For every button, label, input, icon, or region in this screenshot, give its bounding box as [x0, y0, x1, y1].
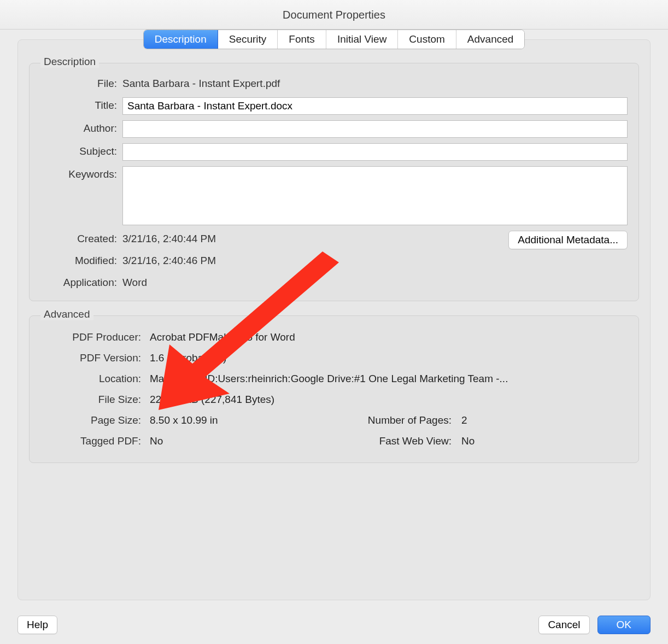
additional-metadata-button[interactable]: Additional Metadata...	[508, 231, 628, 249]
author-label: Author:	[40, 120, 122, 137]
pagesize-label: Page Size:	[40, 411, 150, 430]
numpages-value: 2	[461, 411, 505, 430]
filesize-value: 222.50 KB (227,841 Bytes)	[150, 390, 628, 409]
description-group: Description File: Santa Barbara - Instan…	[29, 63, 639, 301]
file-label: File:	[40, 75, 122, 92]
tab-custom[interactable]: Custom	[398, 30, 456, 49]
tab-security[interactable]: Security	[218, 30, 278, 49]
main-panel: Description File: Santa Barbara - Instan…	[17, 39, 651, 600]
application-label: Application:	[40, 274, 122, 291]
advanced-group: Advanced PDF Producer: Acrobat PDFMaker …	[29, 315, 639, 463]
title-input[interactable]	[122, 97, 628, 115]
fastweb-value: No	[461, 432, 505, 450]
tab-description[interactable]: Description	[144, 30, 218, 49]
subject-label: Subject:	[40, 143, 122, 160]
tagged-value: No	[150, 432, 319, 450]
modified-value: 3/21/16, 2:40:46 PM	[122, 253, 628, 269]
subject-input[interactable]	[122, 143, 628, 161]
pagesize-value: 8.50 x 10.99 in	[150, 411, 319, 430]
tabs-bar: Description Security Fonts Initial View …	[0, 30, 668, 49]
keywords-label: Keywords:	[40, 166, 122, 183]
keywords-input[interactable]	[122, 166, 628, 225]
fastweb-label: Fast Web View:	[319, 432, 461, 450]
producer-label: PDF Producer:	[40, 328, 150, 347]
tagged-label: Tagged PDF:	[40, 432, 150, 450]
file-value: Santa Barbara - Instant Expert.pdf	[122, 75, 628, 92]
created-label: Created:	[40, 231, 122, 247]
window-title: Document Properties	[0, 0, 668, 30]
application-value: Word	[122, 274, 628, 291]
title-label: Title:	[40, 97, 122, 114]
version-label: PDF Version:	[40, 349, 150, 367]
advanced-group-title: Advanced	[40, 308, 93, 320]
location-label: Location:	[40, 370, 150, 388]
description-group-title: Description	[40, 56, 99, 68]
author-input[interactable]	[122, 120, 628, 138]
tab-initial-view[interactable]: Initial View	[326, 30, 398, 49]
tab-fonts[interactable]: Fonts	[278, 30, 326, 49]
filesize-label: File Size:	[40, 390, 150, 409]
numpages-label: Number of Pages:	[319, 411, 461, 430]
dialog-footer: Help Cancel OK	[0, 606, 668, 644]
location-value: Macintosh HD:Users:rheinrich:Google Driv…	[150, 370, 628, 388]
version-value: 1.6 (Acrobat 7.x)	[150, 349, 628, 367]
help-button[interactable]: Help	[17, 616, 57, 634]
modified-label: Modified:	[40, 253, 122, 269]
producer-value: Acrobat PDFMaker 15 for Word	[150, 328, 628, 347]
ok-button[interactable]: OK	[597, 616, 651, 634]
tab-advanced[interactable]: Advanced	[456, 30, 525, 49]
cancel-button[interactable]: Cancel	[538, 616, 589, 634]
